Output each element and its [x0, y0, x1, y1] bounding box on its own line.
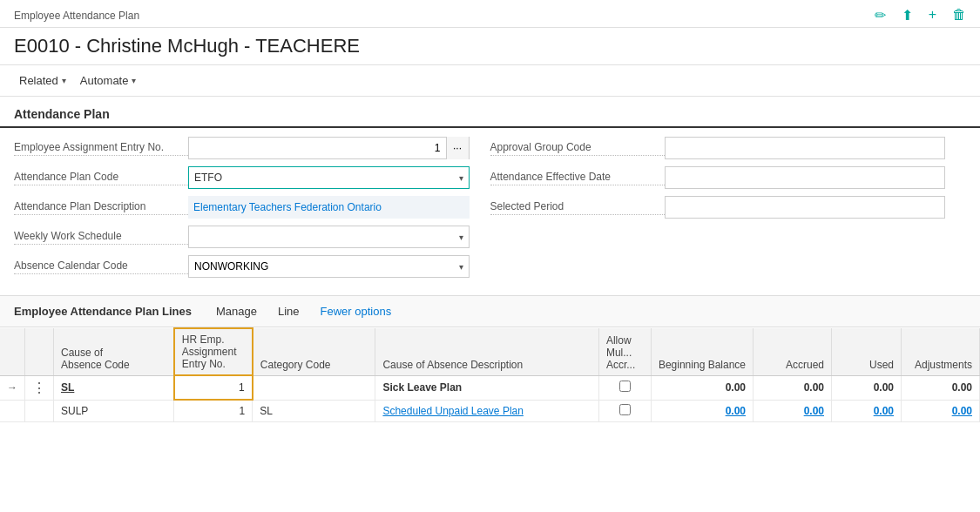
- employee-assignment-label: Employee Assignment Entry No.: [14, 141, 188, 156]
- col-used: Used: [832, 328, 902, 375]
- row2-used-link[interactable]: 0.00: [874, 405, 894, 417]
- weekly-work-schedule-row: Weekly Work Schedule ▾: [14, 224, 470, 250]
- col-arrow: [0, 328, 25, 375]
- page-title: E0010 - Christine McHugh - TEACHERE: [0, 28, 980, 65]
- row1-category-code: [253, 375, 375, 400]
- row1-cause-code-link[interactable]: SL: [61, 381, 74, 394]
- row2-cause-desc: Scheduled Unpaid Leave Plan: [375, 400, 598, 421]
- weekly-work-schedule-value: ▾: [188, 226, 470, 248]
- row1-used: 0.00: [832, 375, 902, 400]
- attendance-effective-date-input[interactable]: [665, 166, 946, 189]
- absence-calendar-code-value: NONWORKING ▾: [188, 255, 470, 278]
- table-row: → ⋮ SL 1 Sick Leave Plan 0.00 0.00 0.00 …: [0, 375, 980, 400]
- breadcrumb: Employee Attendance Plan: [14, 10, 139, 22]
- row2-action: [25, 400, 54, 421]
- approval-group-code-row: Approval Group Code: [490, 135, 946, 161]
- row2-hr-emp: 1: [174, 400, 253, 421]
- col-cause-code: Cause ofAbsence Code: [54, 328, 174, 375]
- delete-icon[interactable]: 🗑: [952, 7, 966, 24]
- employee-assignment-value: ···: [188, 137, 470, 159]
- employee-assignment-row: Employee Assignment Entry No. ···: [14, 135, 470, 161]
- edit-icon[interactable]: ✏: [875, 7, 886, 24]
- approval-group-code-value: [665, 137, 946, 159]
- add-icon[interactable]: +: [929, 7, 936, 24]
- col-hr-emp: HR Emp.AssignmentEntry No.: [174, 328, 253, 375]
- row2-accrued-link[interactable]: 0.00: [804, 405, 824, 417]
- fewer-options-tab[interactable]: Fewer options: [310, 301, 402, 321]
- automate-button[interactable]: Automate ▾: [75, 71, 145, 91]
- row1-accrued: 0.00: [754, 375, 832, 400]
- absence-calendar-code-select-wrap: NONWORKING ▾: [188, 255, 470, 278]
- related-button[interactable]: Related ▾: [14, 71, 75, 91]
- selected-period-label: Selected Period: [490, 200, 665, 215]
- weekly-work-schedule-select[interactable]: [189, 228, 469, 246]
- row1-cause-desc: Sick Leave Plan: [375, 375, 598, 400]
- row2-adjustments-link[interactable]: 0.00: [952, 405, 972, 417]
- row2-cause-code: SULP: [54, 400, 174, 421]
- absence-calendar-code-row: Absence Calendar Code NONWORKING ▾: [14, 253, 470, 280]
- absence-calendar-code-label: Absence Calendar Code: [14, 259, 188, 274]
- manage-tab[interactable]: Manage: [206, 301, 267, 321]
- row1-beginning-balance: 0.00: [651, 375, 753, 400]
- row1-cause-code: SL: [54, 375, 174, 400]
- approval-group-code-input[interactable]: [665, 137, 946, 159]
- attendance-plan-form: Employee Assignment Entry No. ··· Attend…: [0, 128, 980, 286]
- toolbar: Related ▾ Automate ▾: [0, 65, 980, 97]
- col-accrued: Accrued: [754, 328, 832, 375]
- col-beginning-balance: Beginning Balance: [651, 328, 753, 375]
- weekly-work-schedule-select-wrap: ▾: [188, 226, 470, 248]
- row2-allow-mul: [598, 400, 651, 421]
- attendance-effective-date-label: Attendance Effective Date: [490, 171, 665, 185]
- row2-cause-desc-link[interactable]: Scheduled Unpaid Leave Plan: [382, 405, 523, 417]
- section-title: Attendance Plan: [0, 97, 980, 128]
- row2-arrow: [0, 400, 25, 421]
- table-header-row: Cause ofAbsence Code HR Emp.AssignmentEn…: [0, 328, 980, 375]
- automate-label: Automate: [80, 74, 129, 87]
- table-row: SULP 1 SL Scheduled Unpaid Leave Plan 0.…: [0, 400, 980, 421]
- row1-allow-mul-checkbox[interactable]: [619, 381, 631, 392]
- lines-table: Cause ofAbsence Code HR Emp.AssignmentEn…: [0, 327, 980, 422]
- selected-period-input[interactable]: [665, 196, 946, 219]
- approval-group-code-label: Approval Group Code: [490, 141, 665, 156]
- col-category-code: Category Code: [253, 328, 375, 375]
- employee-assignment-input-wrap: ···: [188, 137, 470, 159]
- lines-title: Employee Attendance Plan Lines: [14, 305, 192, 318]
- row1-action[interactable]: ⋮: [25, 375, 54, 400]
- attendance-effective-date-row: Attendance Effective Date: [490, 165, 946, 191]
- automate-chevron-icon: ▾: [132, 76, 136, 85]
- row2-accrued: 0.00: [754, 400, 832, 421]
- row1-adjustments: 0.00: [902, 375, 980, 400]
- row2-beginning-balance: 0.00: [651, 400, 753, 421]
- attendance-plan-desc-row: Attendance Plan Description Elementary T…: [14, 194, 470, 220]
- related-label: Related: [19, 74, 58, 87]
- attendance-plan-desc-readonly: Elementary Teachers Federation Ontario: [188, 196, 470, 219]
- lines-header: Employee Attendance Plan Lines Manage Li…: [0, 295, 980, 327]
- attendance-plan-desc-label: Attendance Plan Description: [14, 200, 188, 215]
- employee-assignment-input[interactable]: [189, 139, 446, 157]
- col-cause-desc: Cause of Absence Description: [375, 328, 598, 375]
- selected-period-value: [665, 196, 946, 219]
- row1-hr-emp: 1: [174, 375, 253, 400]
- absence-calendar-code-select[interactable]: NONWORKING: [189, 258, 469, 275]
- related-chevron-icon: ▾: [62, 76, 66, 85]
- attendance-effective-date-value: [665, 166, 946, 189]
- row2-category-code: SL: [253, 400, 375, 421]
- attendance-plan-desc-value: Elementary Teachers Federation Ontario: [188, 196, 470, 219]
- col-allow-mul: AllowMul...Accr...: [598, 328, 651, 375]
- col-action: [25, 328, 54, 375]
- lines-section: Employee Attendance Plan Lines Manage Li…: [0, 295, 980, 422]
- col-adjustments: Adjustments: [902, 328, 980, 375]
- share-icon[interactable]: ⬆: [902, 7, 913, 24]
- employee-assignment-ellipsis-button[interactable]: ···: [446, 137, 469, 159]
- line-tab[interactable]: Line: [267, 301, 310, 321]
- row1-arrow: →: [0, 375, 25, 400]
- row1-allow-mul: [598, 375, 651, 400]
- row2-adjustments: 0.00: [902, 400, 980, 421]
- form-left-column: Employee Assignment Entry No. ··· Attend…: [14, 135, 490, 280]
- page-header: Employee Attendance Plan ✏ ⬆ + 🗑: [0, 0, 980, 28]
- row2-allow-mul-checkbox[interactable]: [619, 404, 631, 415]
- attendance-plan-code-label: Attendance Plan Code: [14, 171, 188, 185]
- row2-beginning-balance-link[interactable]: 0.00: [726, 405, 746, 417]
- attendance-plan-code-select[interactable]: ETFO: [189, 169, 469, 186]
- attendance-plan-code-row: Attendance Plan Code ETFO ▾: [14, 165, 470, 191]
